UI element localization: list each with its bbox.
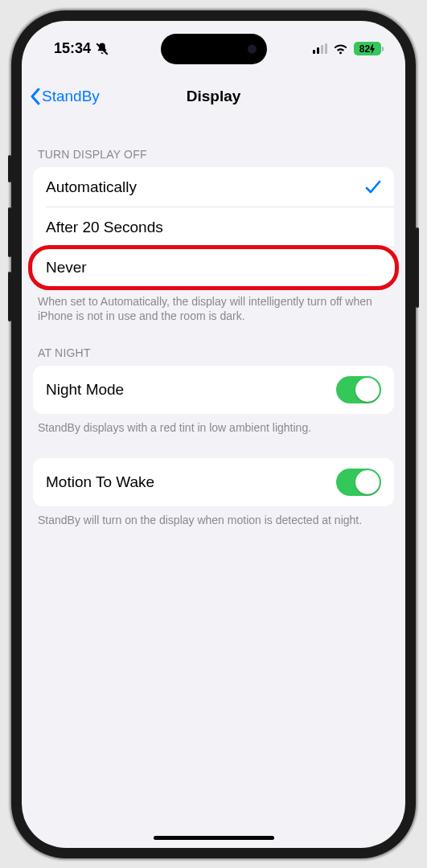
phone-frame: 15:34 82 <box>11 10 416 858</box>
section-footer-motion: StandBy will turn on the display when mo… <box>22 506 405 528</box>
section-footer-night: StandBy displays with a red tint in low … <box>22 414 405 436</box>
back-button[interactable]: StandBy <box>30 88 100 105</box>
night-list: Night Mode <box>33 366 394 414</box>
battery-indicator: 82 <box>354 42 381 55</box>
option-automatically[interactable]: Automatically <box>33 167 394 207</box>
chevron-left-icon <box>30 88 40 105</box>
section-header-turn-off: Turn Display Off <box>22 148 405 167</box>
nav-bar: StandBy Display <box>22 77 405 116</box>
silent-icon <box>95 42 109 56</box>
at-night-section: At Night Night Mode StandBy displays wit… <box>22 324 405 436</box>
motion-toggle[interactable] <box>336 469 381 496</box>
checkmark-icon <box>365 180 381 194</box>
status-time: 15:34 <box>54 40 91 57</box>
status-left: 15:34 <box>54 40 109 57</box>
wifi-icon <box>333 43 348 55</box>
section-footer-turn-off: When set to Automatically, the display w… <box>22 288 405 325</box>
volume-down-button <box>8 272 11 321</box>
back-label: StandBy <box>42 88 100 105</box>
motion-label: Motion To Wake <box>46 473 154 491</box>
content: StandBy Display Turn Display Off Automat… <box>22 21 405 848</box>
motion-section: Motion To Wake StandBy will turn on the … <box>22 436 405 528</box>
section-header-at-night: At Night <box>22 346 405 366</box>
silent-switch <box>8 155 11 182</box>
volume-up-button <box>8 207 11 257</box>
motion-list: Motion To Wake <box>33 458 394 506</box>
turn-off-list: Automatically After 20 Seconds Never <box>33 167 394 288</box>
night-mode-toggle[interactable] <box>336 376 381 403</box>
dynamic-island <box>161 34 267 64</box>
status-right: 82 <box>313 42 382 55</box>
screen: 15:34 82 <box>22 21 405 848</box>
night-mode-label: Night Mode <box>46 381 124 399</box>
power-button <box>416 227 419 308</box>
option-label: After 20 Seconds <box>46 219 163 236</box>
option-after-20-seconds[interactable]: After 20 Seconds <box>33 207 394 248</box>
option-never[interactable]: Never <box>33 248 394 288</box>
turn-display-off-section: Turn Display Off Automatically After 20 … <box>22 116 405 325</box>
option-label: Never <box>46 259 87 276</box>
option-label: Automatically <box>46 178 137 196</box>
night-mode-row[interactable]: Night Mode <box>33 366 394 414</box>
charging-icon <box>369 44 376 54</box>
cellular-icon <box>313 43 328 54</box>
home-indicator[interactable] <box>154 836 274 840</box>
battery-percent: 82 <box>359 43 370 55</box>
motion-to-wake-row[interactable]: Motion To Wake <box>33 458 394 506</box>
